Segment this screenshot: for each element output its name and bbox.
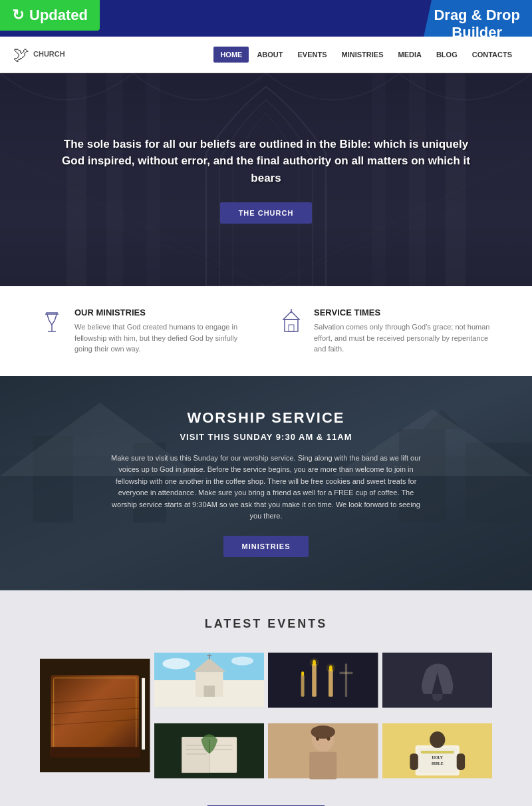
- nav-media[interactable]: MEDIA: [391, 47, 428, 63]
- hero-text: The sole basis for all our beliefs are o…: [53, 136, 479, 187]
- svg-text:BIBLE: BIBLE: [431, 761, 443, 765]
- svg-rect-44: [203, 686, 215, 697]
- svg-rect-37: [142, 678, 145, 750]
- svg-rect-57: [340, 672, 353, 674]
- events-title: LATEST EVENTS: [40, 617, 492, 631]
- nav-events[interactable]: EVENTS: [291, 47, 334, 63]
- event-item-bible[interactable]: [40, 647, 150, 784]
- svg-point-46: [231, 656, 253, 665]
- svg-point-45: [162, 658, 190, 670]
- worship-subtitle: VISIT THIS SUNDAY 9:30 AM & 11AM: [53, 432, 479, 442]
- feature-service-times-title: SERVICE TIMES: [314, 307, 492, 317]
- svg-point-82: [430, 731, 445, 748]
- logo-text: Church: [33, 50, 65, 59]
- updated-label: Updated: [29, 7, 88, 24]
- svg-rect-18: [289, 325, 294, 331]
- event-item-reading[interactable]: HOLY BIBLE: [382, 717, 493, 784]
- svg-rect-31: [51, 676, 139, 753]
- event-item-church[interactable]: [154, 647, 265, 713]
- feature-ministries: OUR MINISTRIES We believe that God creat…: [40, 307, 253, 355]
- svg-rect-47: [268, 653, 378, 708]
- events-section: LATEST EVENTS: [0, 590, 532, 806]
- service-times-icon: [279, 307, 303, 341]
- svg-rect-84: [456, 753, 464, 770]
- features-section: OUR MINISTRIES We believe that God creat…: [0, 286, 532, 376]
- svg-rect-15: [285, 319, 298, 331]
- svg-rect-50: [301, 675, 305, 697]
- nav-ministries[interactable]: MINISTRIES: [335, 47, 390, 63]
- svg-rect-33: [50, 747, 140, 758]
- hero-button[interactable]: THE CHURCH: [220, 202, 313, 224]
- feature-service-times: SERVICE TIMES Salvation comes only throu…: [279, 307, 492, 355]
- svg-rect-79: [420, 751, 454, 753]
- dnd-label: Drag & DropBuilder: [434, 7, 520, 37]
- svg-rect-49: [329, 670, 333, 697]
- worship-desc: Make sure to visit us this Sunday for ou…: [106, 453, 426, 523]
- logo-icon: 🕊: [13, 45, 29, 64]
- logo-area: 🕊 Church: [13, 45, 120, 64]
- feature-service-times-desc: Salvation comes only through God's grace…: [314, 321, 492, 355]
- svg-rect-83: [410, 753, 418, 770]
- event-item-leaf[interactable]: [154, 717, 265, 784]
- svg-rect-48: [312, 664, 317, 697]
- events-grid: HOLY BIBLE: [40, 647, 492, 784]
- svg-text:HOLY: HOLY: [432, 755, 443, 759]
- event-item-candles[interactable]: [268, 647, 378, 713]
- nav-about[interactable]: ABOUT: [250, 47, 289, 63]
- svg-point-53: [301, 672, 304, 676]
- svg-rect-75: [268, 723, 378, 779]
- sync-icon: ↻: [12, 7, 24, 24]
- event-item-child[interactable]: [268, 717, 378, 784]
- svg-point-55: [327, 664, 335, 672]
- updated-badge: ↻ Updated: [0, 0, 100, 31]
- nav-contacts[interactable]: CONTACTS: [466, 47, 519, 63]
- site-header: 🕊 Church HOME ABOUT EVENTS MINISTRIES ME…: [0, 37, 532, 73]
- ministries-icon: [40, 307, 64, 341]
- nav-home[interactable]: HOME: [213, 47, 249, 63]
- svg-rect-56: [345, 664, 347, 697]
- worship-title: WORSHIP SERVICE: [53, 409, 479, 427]
- main-nav: HOME ABOUT EVENTS MINISTRIES MEDIA BLOG …: [213, 47, 519, 63]
- feature-ministries-title: OUR MINISTRIES: [74, 307, 253, 317]
- nav-blog[interactable]: BLOG: [430, 47, 464, 63]
- svg-point-54: [310, 658, 319, 667]
- dnd-badge: Drag & DropBuilder ↗ ↙: [418, 0, 532, 37]
- worship-section: WORSHIP SERVICE VISIT THIS SUNDAY 9:30 A…: [0, 376, 532, 591]
- event-item-praying[interactable]: [382, 647, 493, 713]
- hero-section: The sole basis for all our beliefs are o…: [0, 73, 532, 286]
- feature-ministries-desc: We believe that God created humans to en…: [74, 321, 253, 355]
- worship-button[interactable]: MINISTRIES: [223, 536, 309, 557]
